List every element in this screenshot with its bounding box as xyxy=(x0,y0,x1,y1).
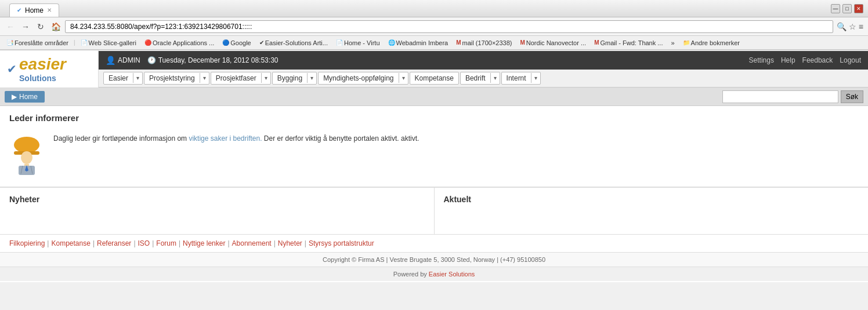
bookmark-oracle[interactable]: 🔴 Oracle Applications ... xyxy=(142,38,217,48)
top-bar-left: 👤 ADMIN 🕐 Tuesday, December 18, 2012 08:… xyxy=(106,56,278,65)
footer-link-iso[interactable]: ISO xyxy=(138,239,150,247)
logout-link[interactable]: Logout xyxy=(840,56,861,64)
url-input[interactable] xyxy=(65,20,833,33)
tab-bar: ✔ Home ✕ xyxy=(5,1,64,17)
aktuelt-title: Aktuelt xyxy=(444,195,859,204)
bookmark-more[interactable]: » xyxy=(668,38,677,48)
nav-label-prosjektstyring[interactable]: Prosjektstyring xyxy=(144,72,200,84)
tab-close-button[interactable]: ✕ xyxy=(47,7,52,13)
maximize-button[interactable]: □ xyxy=(842,4,852,13)
bookmark-mail[interactable]: M mail (1700×2338) xyxy=(453,38,515,48)
copyright-text: Copyright © Firma AS | Vestre Brugate 5,… xyxy=(323,256,545,263)
footer-link-nyttige[interactable]: Nyttige lenker xyxy=(183,239,225,247)
logo-easier: easier xyxy=(19,55,66,74)
footer-link-referanser[interactable]: Referanser xyxy=(97,239,131,247)
footer-link-nyheter[interactable]: Nyheter xyxy=(278,239,302,247)
logo-area: ✔ easier Solutions xyxy=(0,50,99,87)
search-input[interactable] xyxy=(722,90,838,103)
leder-title: Leder informerer xyxy=(9,113,859,123)
nyheter-column: Nyheter xyxy=(0,188,435,234)
minimize-button[interactable]: — xyxy=(831,4,840,13)
bookmark-icon: M xyxy=(594,39,599,46)
nav-dropdown-myndighets[interactable]: ▾ xyxy=(399,73,408,83)
nav-item-bygging[interactable]: Bygging ▾ xyxy=(272,72,317,85)
settings-link[interactable]: Settings xyxy=(749,56,774,64)
svg-point-2 xyxy=(21,151,32,164)
footer-link-styrsys[interactable]: Styrsys portalstruktur xyxy=(309,239,374,247)
main-content: Leder informerer xyxy=(0,106,868,281)
home-breadcrumb[interactable]: ▶ Home xyxy=(5,91,45,103)
arrow-icon: ▶ xyxy=(12,93,17,101)
help-link[interactable]: Help xyxy=(781,56,795,64)
nav-dropdown-prosjektfaser[interactable]: ▾ xyxy=(261,73,270,83)
sep: | xyxy=(305,239,306,247)
bookmark-icon: 🔴 xyxy=(144,39,151,46)
refresh-button[interactable]: ↻ xyxy=(35,21,46,32)
forward-button[interactable]: → xyxy=(20,21,31,32)
bookmark-nordic[interactable]: M Nordic Nanovector ... xyxy=(517,38,589,48)
bookmark-webslice[interactable]: 📄 Web Slice-galleri xyxy=(78,38,139,48)
nav-label-easier[interactable]: Easier xyxy=(104,72,133,84)
bookmark-gmail[interactable]: M Gmail - Fwd: Thank ... xyxy=(591,38,666,48)
nav-item-internt[interactable]: Internt ▾ xyxy=(501,72,541,85)
leder-section: Leder informerer xyxy=(0,106,868,187)
home-nav-button[interactable]: 🏠 xyxy=(50,21,62,32)
nav-label-kompetanse[interactable]: Kompetanse xyxy=(410,72,458,84)
powered-by-link[interactable]: Easier Solutions xyxy=(429,271,475,278)
nav-label-myndighets[interactable]: Myndighets-oppfølging xyxy=(319,72,398,84)
powered-by-prefix: Powered by xyxy=(393,271,429,278)
footer-link-kompetanse[interactable]: Kompetanse xyxy=(51,239,90,247)
nav-dropdown-easier[interactable]: ▾ xyxy=(133,73,142,83)
nav-item-kompetanse[interactable]: Kompetanse xyxy=(410,72,459,85)
nav-item-easier[interactable]: Easier ▾ xyxy=(103,72,143,85)
bookmark-webadmin[interactable]: 🌐 Webadmin Imbera xyxy=(385,38,451,48)
nav-label-internt[interactable]: Internt xyxy=(502,72,531,84)
two-column-section: Nyheter Aktuelt xyxy=(0,187,868,234)
home-label: Home xyxy=(19,93,38,101)
footer-link-filkopiering[interactable]: Filkopiering xyxy=(9,239,45,247)
nav-dropdown-bedrift[interactable]: ▾ xyxy=(490,73,500,83)
datetime-info: 🕐 Tuesday, December 18, 2012 08:53:30 xyxy=(147,56,279,64)
bookmark-andre[interactable]: 📁 Andre bokmerker xyxy=(680,38,743,48)
nav-dropdown-bygging[interactable]: ▾ xyxy=(307,73,316,83)
clock-icon: 🕐 xyxy=(147,56,156,64)
nav-item-myndighets[interactable]: Myndighets-oppfølging ▾ xyxy=(318,72,408,85)
bookmarks-bar: 📑 Foreslåtte områder | 📄 Web Slice-galle… xyxy=(0,36,868,50)
footer-link-forum[interactable]: Forum xyxy=(156,239,176,247)
star-icon[interactable]: ☆ xyxy=(849,22,856,31)
back-button[interactable]: ← xyxy=(5,21,16,32)
worker-icon xyxy=(11,134,43,175)
sep: | xyxy=(152,239,154,247)
username: ADMIN xyxy=(118,56,140,64)
copyright: Copyright © Firma AS | Vestre Brugate 5,… xyxy=(0,252,868,267)
bookmark-foreslatte[interactable]: 📑 Foreslåtte områder xyxy=(3,38,71,48)
nav-item-bedrift[interactable]: Bedrift ▾ xyxy=(460,72,500,85)
menu-icon[interactable]: ≡ xyxy=(859,22,863,31)
nav-label-prosjektfaser[interactable]: Prosjektfaser xyxy=(211,72,261,84)
nav-item-prosjektstyring[interactable]: Prosjektstyring ▾ xyxy=(144,72,209,85)
bookmark-easier[interactable]: ✔ Easier-Solutions Arti... xyxy=(256,38,331,48)
leder-text-prefix: Daglig leder gir fortløpende informasjon… xyxy=(53,134,189,143)
content-area: ▶ Home Søk Leder informerer xyxy=(0,88,868,281)
nav-label-bedrift[interactable]: Bedrift xyxy=(461,72,490,84)
bookmark-home-virtu[interactable]: 📄 Home - Virtu xyxy=(333,38,383,48)
footer-link-abonnement[interactable]: Abonnement xyxy=(232,239,272,247)
leder-link[interactable]: viktige saker i bedriften. xyxy=(189,134,262,143)
user-info: 👤 ADMIN xyxy=(106,56,140,65)
top-bar-right: Settings Help Feedback Logout xyxy=(749,56,861,64)
nav-label-bygging[interactable]: Bygging xyxy=(273,72,307,84)
top-bar: 👤 ADMIN 🕐 Tuesday, December 18, 2012 08:… xyxy=(99,51,868,70)
browser-tab[interactable]: ✔ Home ✕ xyxy=(9,3,59,17)
leder-avatar xyxy=(9,134,44,175)
bookmark-google[interactable]: 🔵 Google xyxy=(219,38,254,48)
sep: | xyxy=(133,239,135,247)
breadcrumb-bar: ▶ Home Søk xyxy=(0,88,868,106)
nav-item-prosjektfaser[interactable]: Prosjektfaser ▾ xyxy=(211,72,271,85)
close-button[interactable]: ✕ xyxy=(854,4,863,13)
browser-chrome: ✔ Home ✕ — □ ✕ ← → ↻ 🏠 🔍 ☆ ≡ 📑 Foreslått… xyxy=(0,0,868,50)
nav-dropdown-internt[interactable]: ▾ xyxy=(531,73,540,83)
feedback-link[interactable]: Feedback xyxy=(802,56,833,64)
bookmark-icon: 📄 xyxy=(81,39,88,46)
search-button[interactable]: Søk xyxy=(841,90,863,103)
nav-dropdown-prosjektstyring[interactable]: ▾ xyxy=(200,73,209,83)
